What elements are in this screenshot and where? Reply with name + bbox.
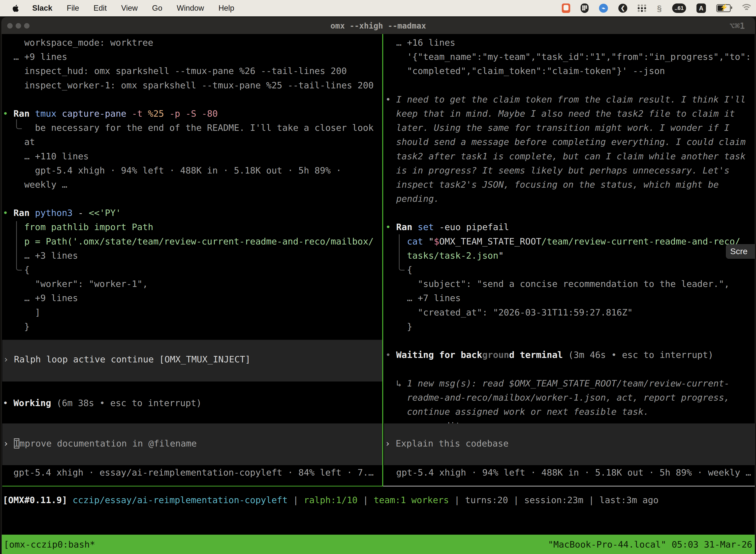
stats-app-icon[interactable]: ⌁ bbox=[599, 4, 608, 13]
inactive-pane-border bbox=[383, 486, 755, 487]
terminal-line: pending. bbox=[385, 191, 755, 206]
menu-item-view[interactable]: View bbox=[121, 4, 138, 13]
terminal-line: … +3 lines bbox=[3, 248, 382, 263]
terminal-line: inspect_worker-1: omx sparkshell --tmux-… bbox=[3, 78, 382, 92]
prompt-input-left[interactable]: › Improve documentation in @filename bbox=[2, 424, 382, 465]
terminal-line bbox=[3, 92, 382, 107]
terminal-line: "worker": "worker-1", bbox=[3, 277, 382, 291]
terminal-line: … +9 lines bbox=[3, 50, 382, 64]
terminal-line: later. Using the same for transition mig… bbox=[385, 121, 755, 135]
terminal-line: › Explain this codebase bbox=[384, 436, 755, 450]
input-source-icon[interactable]: A bbox=[696, 3, 706, 13]
terminal-line: … +110 lines bbox=[3, 149, 382, 163]
terminal-line: readme-and-reco/mailbox/worker-1.json, a… bbox=[385, 390, 755, 404]
window-shortcut: ⌥⌘1 bbox=[730, 18, 745, 34]
terminal-line: › Improve documentation in @filename bbox=[2, 436, 382, 450]
wifi-icon[interactable] bbox=[741, 4, 752, 12]
terminal-line: gpt-5.4 xhigh · 94% left · 488K in · 5.1… bbox=[385, 465, 755, 480]
battery-icon[interactable] bbox=[716, 4, 731, 12]
window-title-bar[interactable]: omx --xhigh --madmax ⌥⌘1 bbox=[2, 18, 755, 34]
menu-item-help[interactable]: Help bbox=[218, 4, 234, 13]
terminal-line: } bbox=[3, 320, 382, 334]
badge-61-icon[interactable]: ..61 bbox=[672, 3, 686, 13]
pane-divider[interactable] bbox=[382, 34, 383, 487]
working-status: • Working (6m 38s • esc to interrupt) bbox=[3, 396, 382, 410]
menu-item-app[interactable]: Slack bbox=[32, 4, 52, 13]
terminal-line: • I need to get the claim token from the… bbox=[385, 92, 755, 107]
omx-session-status: [OMX#0.11.9] cczip/essay/ai-reimplementa… bbox=[3, 493, 754, 507]
pie-menu-icon[interactable]: ❮ bbox=[618, 4, 627, 13]
terminal-line: continue assigned work or next feasible … bbox=[385, 404, 755, 419]
output-connector bbox=[399, 234, 404, 271]
terminal-line: "completed","claim_token":"claim-token"}… bbox=[385, 64, 755, 78]
terminal-line: workspace_mode: worktree bbox=[3, 36, 382, 50]
tmux-status-bar: [omx-cczip0:bash* "MacBook-Pro-44.local"… bbox=[2, 535, 755, 554]
terminal-line bbox=[385, 334, 755, 348]
menu-bar: Slack File Edit View Go Window Help ⌁ ❮ … bbox=[0, 0, 756, 16]
terminal-line bbox=[385, 78, 755, 92]
output-connector bbox=[16, 221, 22, 271]
menu-status-icons: ⌁ ❮ § ..61 A bbox=[562, 0, 752, 16]
privacy-shield-icon[interactable] bbox=[581, 3, 588, 13]
model-status-right: gpt-5.4 xhigh · 94% left · 488K in · 5.1… bbox=[385, 465, 755, 480]
terminal-line: gpt-5.4 xhigh · 94% left · 488K in · 5.1… bbox=[3, 163, 382, 177]
terminal-line: › Ralph loop active continue [OMX_TMUX_I… bbox=[2, 352, 382, 366]
output-connector bbox=[16, 119, 22, 129]
terminal-line: from pathlib import Path bbox=[3, 220, 382, 234]
terminal-line bbox=[385, 362, 755, 376]
terminal-line: ↳ 1 new msg(s): read $OMX_TEAM_STATE_ROO… bbox=[385, 376, 755, 390]
tmux-pane-left[interactable]: workspace_mode: worktree … +9 lines insp… bbox=[3, 34, 382, 334]
tmux-pane-right[interactable]: … +16 lines '{"team_name":"my-team","tas… bbox=[385, 34, 755, 433]
terminal-line: "subject": "send a concise recommendatio… bbox=[385, 277, 755, 291]
terminal-line bbox=[3, 191, 382, 206]
terminal-line: be necessary for the end of the README. … bbox=[3, 121, 382, 135]
terminal-line: • Working (6m 38s • esc to interrupt) bbox=[3, 396, 382, 410]
terminal-line: ] bbox=[3, 305, 382, 320]
tmux-session-name: [omx-cczip0:bash* bbox=[2, 535, 95, 554]
terminal-line: should send a message before completing … bbox=[385, 135, 755, 149]
terminal-window: omx --xhigh --madmax ⌥⌘1 workspace_mode:… bbox=[1, 17, 755, 554]
terminal-line: inspect task2's JSON, focusing on the st… bbox=[385, 177, 755, 191]
terminal-line: is in progress? It seems likely but perh… bbox=[385, 163, 755, 177]
active-pane-border bbox=[2, 486, 382, 487]
terminal-line: tasks/task-2.json" bbox=[385, 248, 755, 263]
terminal-line: { bbox=[385, 263, 755, 277]
terminal-line: … +16 lines bbox=[385, 36, 755, 50]
terminal-line: at bbox=[3, 135, 382, 149]
terminal-line: [OMX#0.11.9] cczip/essay/ai-reimplementa… bbox=[3, 493, 754, 507]
terminal-line: • Ran set -euo pipefail bbox=[385, 220, 755, 234]
squiggle-icon[interactable]: § bbox=[657, 3, 662, 13]
terminal-line: keep that in mind. Maybe I also need the… bbox=[385, 107, 755, 121]
terminal-line: task2 after task1 is complete, but can I… bbox=[385, 149, 755, 163]
grid-dots-icon[interactable] bbox=[638, 4, 647, 12]
terminal-line: gpt-5.4 xhigh · essay/ai-reimplementatio… bbox=[3, 465, 382, 480]
window-title: omx --xhigh --madmax bbox=[2, 18, 755, 34]
apple-menu-icon[interactable] bbox=[11, 4, 20, 12]
terminal-line: p = Path('.omx/state/team/review-current… bbox=[3, 234, 382, 248]
terminal-line: } bbox=[385, 320, 755, 334]
terminal-line: inspect_hud: omx sparkshell --tmux-pane … bbox=[3, 64, 382, 78]
menu-item-go[interactable]: Go bbox=[152, 4, 162, 13]
terminal-line: cat "$OMX_TEAM_STATE_ROOT/team/review-cu… bbox=[385, 234, 755, 248]
terminal-line: … +7 lines bbox=[385, 291, 755, 305]
prompt-input-right[interactable]: › Explain this codebase bbox=[384, 424, 755, 465]
terminal-line: • Ran python3 - <<'PY' bbox=[3, 206, 382, 220]
terminal-line: … +9 lines bbox=[3, 291, 382, 305]
terminal-line: "created_at": "2026-03-31T11:59:27.816Z" bbox=[385, 305, 755, 320]
screen-tooltip: Scre bbox=[726, 244, 755, 259]
terminal-line: { bbox=[3, 263, 382, 277]
menu-item-window[interactable]: Window bbox=[177, 4, 204, 13]
menu-item-edit[interactable]: Edit bbox=[93, 4, 107, 13]
model-status-left: gpt-5.4 xhigh · essay/ai-reimplementatio… bbox=[3, 465, 382, 480]
chat-app-icon[interactable] bbox=[562, 3, 570, 13]
terminal-line bbox=[385, 206, 755, 220]
terminal-line: weekly … bbox=[3, 177, 382, 191]
terminal-line: • Ran tmux capture-pane -t %25 -p -S -80 bbox=[3, 107, 382, 121]
menu-item-file[interactable]: File bbox=[67, 4, 79, 13]
terminal-line: '{"team_name":"my-team","task_id":"1","f… bbox=[385, 50, 755, 64]
ralph-inject-bar: › Ralph loop active continue [OMX_TMUX_I… bbox=[2, 340, 382, 382]
tmux-host-clock: "MacBook-Pro-44.local" 05:03 31-Mar-26 bbox=[548, 535, 755, 554]
terminal-line: • Waiting for background terminal (3m 46… bbox=[385, 348, 755, 362]
